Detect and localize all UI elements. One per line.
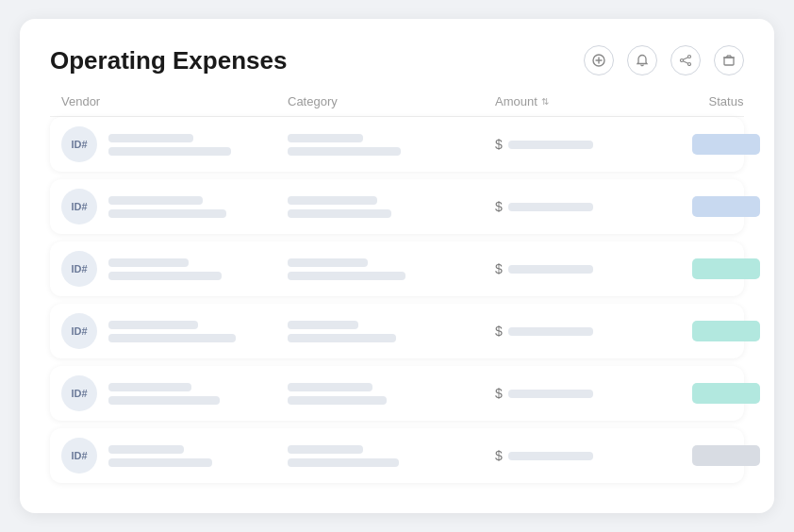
status-badge xyxy=(692,383,760,404)
bell-button[interactable] xyxy=(627,45,657,75)
table-body: ID# $ ⋮ ID# xyxy=(50,117,744,483)
vendor-cell: ID# xyxy=(61,189,288,224)
status-badge xyxy=(692,445,760,466)
vendor-line-1 xyxy=(108,321,198,329)
dollar-sign: $ xyxy=(495,324,503,339)
status-cell xyxy=(665,445,787,466)
vendor-line-2 xyxy=(108,396,220,405)
status-badge xyxy=(692,258,760,279)
vendor-line-1 xyxy=(108,196,203,205)
avatar: ID# xyxy=(61,375,97,411)
status-cell xyxy=(665,134,787,155)
vendor-line-1 xyxy=(108,383,191,391)
amount-cell: $ xyxy=(495,261,665,276)
vendor-cell: ID# xyxy=(61,313,288,349)
table-row: ID# $ ⋮ xyxy=(50,366,744,421)
vendor-cell: ID# xyxy=(61,126,288,162)
category-line-2 xyxy=(288,458,399,467)
vendor-line-2 xyxy=(108,334,236,342)
dollar-sign: $ xyxy=(495,137,503,152)
category-col-header: Category xyxy=(288,94,495,108)
main-card: Operating Expenses xyxy=(20,19,774,513)
category-cell xyxy=(288,134,495,156)
table-row: ID# $ ⋮ xyxy=(50,179,744,234)
amount-cell: $ xyxy=(495,324,665,339)
status-badge xyxy=(692,196,760,217)
category-cell xyxy=(288,383,495,405)
vendor-line-1 xyxy=(108,258,189,267)
vendor-line-2 xyxy=(108,272,222,280)
delete-button[interactable] xyxy=(714,45,744,75)
dollar-sign: $ xyxy=(495,448,503,463)
svg-point-4 xyxy=(681,59,684,62)
category-line-1 xyxy=(288,134,363,142)
page-title: Operating Expenses xyxy=(50,46,287,75)
header-actions xyxy=(584,45,744,75)
vendor-lines xyxy=(108,196,226,218)
amount-skeleton xyxy=(508,327,593,336)
status-col-header: Status xyxy=(665,94,787,108)
status-cell xyxy=(665,321,787,341)
amount-cell: $ xyxy=(495,199,665,214)
more-menu-button[interactable]: ⋮ xyxy=(787,321,794,341)
amount-skeleton xyxy=(508,265,593,274)
amount-skeleton xyxy=(508,390,593,398)
sort-icon[interactable]: ⇅ xyxy=(541,96,549,107)
add-button[interactable] xyxy=(584,45,614,75)
table-row: ID# $ ⋮ xyxy=(50,304,744,358)
category-line-2 xyxy=(288,209,391,218)
category-line-2 xyxy=(288,396,387,405)
more-menu-button[interactable]: ⋮ xyxy=(787,445,794,466)
category-cell xyxy=(288,258,495,280)
svg-point-5 xyxy=(688,63,691,66)
category-line-2 xyxy=(288,334,396,342)
avatar: ID# xyxy=(61,438,97,474)
category-line-1 xyxy=(288,321,358,329)
category-line-2 xyxy=(288,272,405,280)
category-line-1 xyxy=(288,383,372,391)
avatar: ID# xyxy=(61,189,97,224)
amount-cell: $ xyxy=(495,137,665,152)
amount-col-header: Amount ⇅ xyxy=(495,94,665,108)
more-menu-button[interactable]: ⋮ xyxy=(787,196,794,217)
amount-skeleton xyxy=(508,141,593,149)
more-menu-button[interactable]: ⋮ xyxy=(787,258,794,279)
table-row: ID# $ ⋮ xyxy=(50,117,744,172)
vendor-lines xyxy=(108,445,212,467)
category-line-1 xyxy=(288,196,377,205)
dollar-sign: $ xyxy=(495,261,503,276)
search-col-header[interactable] xyxy=(787,94,794,108)
dollar-sign: $ xyxy=(495,199,503,214)
vendor-col-header: Vendor xyxy=(61,94,288,108)
svg-line-6 xyxy=(683,58,687,59)
amount-cell: $ xyxy=(495,448,665,463)
vendor-cell: ID# xyxy=(61,375,288,411)
status-cell xyxy=(665,258,787,279)
vendor-cell: ID# xyxy=(61,438,288,474)
avatar: ID# xyxy=(61,251,97,287)
share-button[interactable] xyxy=(670,45,701,75)
vendor-line-2 xyxy=(108,209,226,218)
vendor-cell: ID# xyxy=(61,251,288,287)
vendor-line-1 xyxy=(108,445,184,454)
vendor-lines xyxy=(108,258,222,280)
svg-rect-8 xyxy=(724,58,734,65)
status-cell xyxy=(665,196,787,217)
amount-cell: $ xyxy=(495,386,665,401)
more-menu-button[interactable]: ⋮ xyxy=(787,134,794,155)
status-badge xyxy=(692,321,760,341)
page-header: Operating Expenses xyxy=(50,45,744,75)
category-line-1 xyxy=(288,445,363,454)
category-cell xyxy=(288,196,495,218)
category-cell xyxy=(288,321,495,342)
table-row: ID# $ ⋮ xyxy=(50,241,744,296)
category-cell xyxy=(288,445,495,467)
avatar: ID# xyxy=(61,313,97,349)
svg-point-3 xyxy=(688,56,691,58)
category-line-2 xyxy=(288,147,401,156)
svg-line-7 xyxy=(683,61,687,63)
more-menu-button[interactable]: ⋮ xyxy=(787,383,794,404)
amount-skeleton xyxy=(508,452,593,460)
table-header: Vendor Category Amount ⇅ Status xyxy=(50,94,744,117)
vendor-lines xyxy=(108,321,236,342)
